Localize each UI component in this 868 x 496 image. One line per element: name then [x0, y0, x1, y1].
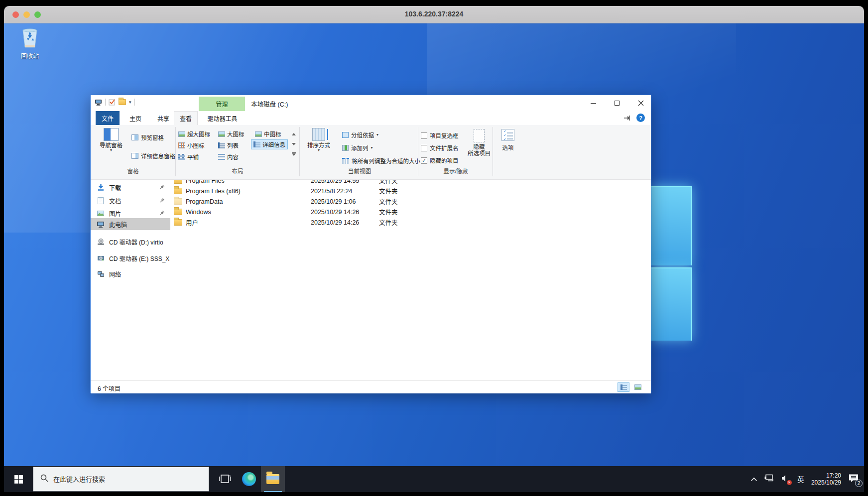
preview-pane-icon — [131, 134, 138, 140]
sidebar-item-downloads[interactable]: 下载 — [91, 181, 170, 193]
file-row-program-files[interactable]: Program Files 2025/10/29 14:55 文件夹 — [170, 180, 651, 186]
tray-clock[interactable]: 17:20 2025/10/29 — [811, 472, 841, 486]
maximize-button[interactable] — [612, 98, 622, 108]
details-view-toggle[interactable] — [618, 382, 629, 392]
close-button[interactable] — [636, 98, 646, 108]
pin-icon — [160, 198, 164, 203]
gallery-scroll-down-icon[interactable] — [290, 139, 298, 149]
taskbar-search[interactable] — [33, 467, 209, 492]
options-button[interactable]: 选项 — [496, 129, 519, 151]
help-icon[interactable]: ? — [636, 114, 645, 122]
sidebar-item-cd-drive-e[interactable]: CD 驱动器 (E:) SSS_X — [91, 252, 170, 264]
action-center-button[interactable]: 2 — [848, 474, 859, 485]
details-view-toggle-icon — [620, 384, 627, 390]
file-explorer-icon — [266, 474, 279, 484]
hidden-folder-icon — [174, 198, 182, 205]
search-input[interactable] — [53, 476, 193, 483]
tray-time: 17:20 — [811, 472, 841, 479]
preview-pane-label: 预览窗格 — [141, 133, 164, 141]
content-view-label: 内容 — [227, 153, 239, 161]
sidebar-item-cd-drive-d[interactable]: CD 驱动器 (D:) virtio — [91, 236, 170, 248]
content-view-icon — [218, 154, 225, 160]
tab-home[interactable]: 主页 — [123, 111, 148, 125]
file-name-extensions-checkbox[interactable]: 文件扩展名 — [421, 143, 459, 152]
size-all-columns-button[interactable]: 将所有列调整为合适的大小 — [342, 156, 420, 166]
current-view-group-label: 当前视图 — [337, 167, 382, 175]
file-explorer-taskbar-button[interactable] — [261, 466, 285, 492]
tray-chevron-up-icon[interactable] — [750, 475, 757, 484]
group-by-button[interactable]: 分组依据 ▾ — [342, 130, 378, 140]
view-list[interactable]: 列表 — [216, 140, 241, 150]
details-pane-button[interactable]: 详细信息窗格 — [131, 151, 175, 161]
taskbar: ✕ 英 17:20 2025/10/29 2 — [4, 466, 864, 492]
edge-taskbar-button[interactable] — [237, 466, 261, 492]
tab-file[interactable]: 文件 — [96, 111, 120, 125]
sidebar-item-pictures[interactable]: 图片 — [91, 207, 170, 219]
hide-selected-items-button[interactable]: 隐藏 所选项目 — [465, 129, 493, 157]
edge-icon — [242, 472, 256, 486]
this-pc-small-icon[interactable] — [95, 99, 102, 106]
sidebar-item-network[interactable]: 网络 — [91, 268, 170, 280]
hidden-items-checkbox[interactable]: ✓ 隐藏的项目 — [421, 156, 459, 165]
screen: 103.6.220.37:8224 回收站 — [0, 0, 868, 496]
size-all-columns-label: 将所有列调整为合适的大小 — [352, 157, 420, 165]
extra-large-icons-icon — [178, 131, 185, 137]
thumbnail-view-toggle[interactable] — [632, 382, 644, 392]
qat-folder-icon[interactable] — [119, 99, 126, 105]
explorer-titlebar[interactable]: ▾ 管理 本地磁盘 (C:) — [91, 95, 651, 111]
details-pane-icon — [131, 153, 138, 159]
view-tiles[interactable]: 平铺 — [176, 152, 201, 162]
preview-pane-button[interactable]: 预览窗格 — [131, 132, 164, 142]
downloads-icon — [98, 184, 104, 191]
recycle-bin-icon — [20, 27, 39, 48]
qat-separator-2 — [134, 99, 135, 106]
item-check-boxes-checkbox[interactable]: 项目复选框 — [421, 131, 459, 140]
qat-dropdown-caret-icon[interactable]: ▾ — [129, 101, 131, 104]
group-by-caret-icon: ▾ — [376, 133, 378, 136]
file-name-extensions-box-icon — [421, 145, 427, 151]
view-small-icons[interactable]: 小图标 — [176, 140, 207, 150]
small-icons-label: 小图标 — [187, 141, 205, 149]
pin-ribbon-icon[interactable] — [623, 115, 631, 121]
sort-by-icon — [312, 128, 325, 141]
details-view-label: 详细信息 — [262, 140, 285, 148]
volume-muted-tray-icon[interactable]: ✕ — [781, 475, 790, 484]
task-view-button[interactable] — [213, 466, 237, 492]
close-icon — [638, 100, 644, 106]
options-label: 选项 — [502, 145, 514, 151]
sort-by-button[interactable]: 排序方式 ▾ — [304, 128, 333, 152]
recycle-bin-shortcut[interactable]: 回收站 — [14, 27, 46, 60]
view-details[interactable]: 详细信息 — [251, 139, 288, 149]
gallery-scroll-up-icon[interactable] — [290, 129, 298, 139]
ribbon-separator — [175, 127, 176, 176]
navigation-pane-button[interactable]: 导航窗格 ▾ — [96, 128, 126, 152]
network-tray-icon[interactable] — [764, 474, 774, 484]
tab-share[interactable]: 共享 — [150, 111, 176, 125]
ime-indicator[interactable]: 英 — [797, 474, 804, 484]
view-medium-icons[interactable]: 中图标 — [253, 129, 283, 139]
add-columns-button[interactable]: 添加列 ▾ — [342, 143, 373, 153]
file-row-windows[interactable]: Windows 2025/10/29 14:26 文件夹 — [170, 207, 651, 217]
cd-drive-disc-icon — [97, 255, 105, 261]
qat-checkbox-icon[interactable] — [109, 99, 116, 106]
sidebar-item-documents[interactable]: 文档 — [91, 195, 170, 207]
ribbon-separator — [493, 127, 493, 176]
windows-desktop: 回收站 — [4, 23, 864, 492]
tab-view[interactable]: 查看 — [174, 111, 198, 125]
wallpaper-windows-logo-pane-top — [651, 186, 692, 265]
sidebar-item-this-pc[interactable]: 此电脑 — [91, 218, 170, 230]
gallery-more-icon[interactable] — [290, 149, 298, 159]
volume-muted-badge: ✕ — [787, 480, 792, 485]
tab-drive-tools[interactable]: 驱动器工具 — [199, 111, 246, 125]
minimize-button[interactable] — [588, 98, 598, 108]
view-large-icons[interactable]: 大图标 — [216, 129, 247, 139]
navigation-pane-icon — [104, 128, 119, 141]
file-row-users[interactable]: 用户 2025/10/29 14:26 文件夹 — [170, 217, 651, 228]
details-view-icon — [253, 141, 260, 147]
file-row-programdata[interactable]: ProgramData 2025/10/29 1:06 文件夹 — [170, 196, 651, 207]
view-extra-large-icons[interactable]: 超大图标 — [176, 129, 212, 139]
start-button[interactable] — [4, 466, 33, 492]
group-by-icon — [342, 132, 349, 138]
file-row-program-files-x86[interactable]: Program Files (x86) 2021/5/8 22:24 文件夹 — [170, 186, 651, 196]
view-content[interactable]: 内容 — [216, 152, 241, 162]
